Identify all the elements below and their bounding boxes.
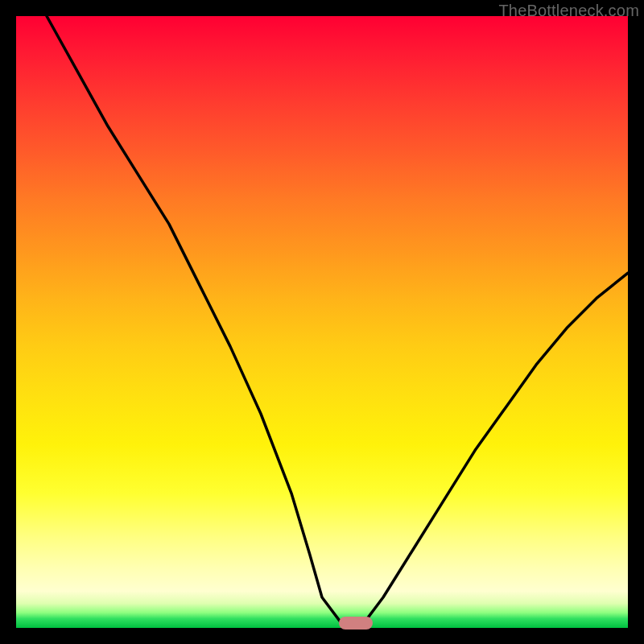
plot-area [16, 16, 628, 628]
optimum-marker [339, 617, 373, 630]
chart-frame: TheBottleneck.com [0, 0, 644, 644]
curve-svg [16, 16, 628, 628]
bottleneck-curve [47, 16, 628, 628]
